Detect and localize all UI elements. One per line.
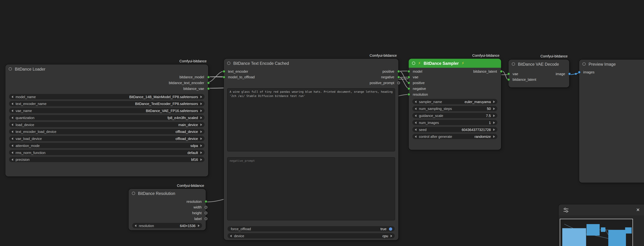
input-socket-positive[interactable] <box>407 81 410 84</box>
output-socket-positive[interactable] <box>397 70 400 73</box>
widget-device[interactable]: device cpu <box>228 233 395 239</box>
output-socket-positive-prompt[interactable] <box>397 81 400 84</box>
node-bitdance-loader[interactable]: Comfyui-bitdance BitDance Loader bitdanc… <box>5 64 208 177</box>
boolean-toggle-icon[interactable] <box>389 227 392 231</box>
collapse-dot-icon[interactable] <box>412 62 415 65</box>
increment-arrow-icon[interactable] <box>493 107 495 110</box>
widget-num-images[interactable]: num_images 1 <box>412 120 498 125</box>
output-socket-label[interactable] <box>204 217 207 220</box>
negative-prompt-textarea[interactable]: negative_prompt <box>227 157 395 220</box>
decrement-arrow-icon[interactable] <box>12 116 13 119</box>
input-socket-images[interactable] <box>578 71 580 74</box>
output-socket-bitdance-latent[interactable] <box>500 70 502 73</box>
output-socket-resolution[interactable] <box>204 200 207 203</box>
decrement-arrow-icon[interactable] <box>12 137 13 140</box>
increment-arrow-icon[interactable] <box>200 130 202 133</box>
node-bitdance-sampler[interactable]: Comfyui-bitdance ⚡ BitDance Sampler ⚡ mo… <box>409 59 501 150</box>
input-socket-bitdance-latent[interactable] <box>507 78 510 81</box>
increment-arrow-icon[interactable] <box>200 109 202 112</box>
widget-precision[interactable]: precision bf16 <box>9 157 204 162</box>
widget-seed[interactable]: seed 604364377321728 <box>412 127 498 132</box>
increment-arrow-icon[interactable] <box>200 151 202 154</box>
decrement-arrow-icon[interactable] <box>12 123 13 126</box>
output-socket-height[interactable] <box>204 212 207 214</box>
increment-arrow-icon[interactable] <box>200 137 202 140</box>
decrement-arrow-icon[interactable] <box>12 158 13 161</box>
increment-arrow-icon[interactable] <box>493 121 495 124</box>
node-title-bar[interactable]: BitDance Resolution <box>128 189 206 198</box>
widget-attention-mode[interactable]: attention_mode sdpa <box>9 143 204 148</box>
decrement-arrow-icon[interactable] <box>230 235 232 237</box>
decrement-arrow-icon[interactable] <box>12 144 13 147</box>
minimap-panel[interactable]: ✕ <box>558 204 644 246</box>
output-socket-bitdance-model[interactable] <box>207 76 210 78</box>
widget-text-encoder-name[interactable]: text_encoder_name BitDance_TextEncoder_F… <box>9 101 204 106</box>
collapse-dot-icon[interactable] <box>132 192 135 195</box>
decrement-arrow-icon[interactable] <box>12 102 13 105</box>
decrement-arrow-icon[interactable] <box>12 109 13 112</box>
widget-load-device[interactable]: load_device main_device <box>9 122 204 127</box>
widget-model-name[interactable]: model_name BitDance_14B_MainModel_FP8.sa… <box>9 94 204 99</box>
node-bitdance-text-encode-cached[interactable]: Comfyui-bitdance BitDance Text Encode Ca… <box>224 59 398 240</box>
increment-arrow-icon[interactable] <box>200 158 202 161</box>
minimap-viewport[interactable] <box>558 216 644 246</box>
increment-arrow-icon[interactable] <box>493 135 495 138</box>
output-socket-image[interactable] <box>568 72 570 75</box>
decrement-arrow-icon[interactable] <box>12 151 13 154</box>
widget-sampler-name[interactable]: sampler_name euler_maruyama <box>412 99 498 104</box>
decrement-arrow-icon[interactable] <box>415 135 416 138</box>
collapse-dot-icon[interactable] <box>582 62 586 66</box>
decrement-arrow-icon[interactable] <box>415 128 416 131</box>
node-graph-canvas[interactable]: Comfyui-bitdance BitDance Loader bitdanc… <box>0 0 644 246</box>
collapse-dot-icon[interactable] <box>8 67 12 71</box>
increment-arrow-icon[interactable] <box>493 100 495 103</box>
input-socket-negative[interactable] <box>407 87 410 90</box>
widget-vae-load-device[interactable]: vae_load_device offload_device <box>9 136 204 141</box>
output-socket-bitdance-vae[interactable] <box>207 87 210 90</box>
increment-arrow-icon[interactable] <box>200 123 202 126</box>
input-socket-text-encoder[interactable] <box>222 70 225 73</box>
node-title-bar[interactable]: Preview Image <box>579 59 644 68</box>
collapse-dot-icon[interactable] <box>512 62 515 66</box>
node-title-bar[interactable]: ⚡ BitDance Sampler ⚡ <box>409 59 501 68</box>
widget-vae-name[interactable]: vae_name BitDance_VAE_FP16.safetensors <box>9 108 204 113</box>
increment-arrow-icon[interactable] <box>390 235 392 237</box>
node-title-bar[interactable]: BitDance VAE Decode <box>508 59 569 68</box>
widget-text-encoder-load-device[interactable]: text_encoder_load_device offload_device <box>9 129 204 134</box>
node-bitdance-vae-decode[interactable]: Comfyui-bitdance BitDance VAE Decode vae… <box>508 59 569 87</box>
positive-prompt-textarea[interactable]: A wine glass full of tiny red pandas wea… <box>227 88 395 152</box>
increment-arrow-icon[interactable] <box>198 224 200 227</box>
widget-force-offload[interactable]: force_offload true <box>228 226 395 232</box>
increment-arrow-icon[interactable] <box>493 128 495 131</box>
minimap-frame[interactable] <box>560 219 633 246</box>
node-bitdance-resolution[interactable]: Comfyui-bitdance BitDance Resolution res… <box>128 189 206 230</box>
input-socket-vae[interactable] <box>407 76 410 78</box>
increment-arrow-icon[interactable] <box>200 102 202 105</box>
settings-sliders-icon[interactable] <box>563 207 569 213</box>
collapse-dot-icon[interactable] <box>227 62 230 65</box>
input-socket-model-to-offload[interactable] <box>222 76 225 78</box>
decrement-arrow-icon[interactable] <box>415 121 416 124</box>
node-title-bar[interactable]: BitDance Loader <box>5 64 208 73</box>
node-preview-image[interactable]: Preview Image images <box>579 59 644 183</box>
node-title-bar[interactable]: BitDance Text Encode Cached <box>224 59 398 68</box>
widget-control-after-generate[interactable]: control after generate randomize <box>412 134 498 139</box>
decrement-arrow-icon[interactable] <box>415 100 416 103</box>
increment-arrow-icon[interactable] <box>200 144 202 147</box>
decrement-arrow-icon[interactable] <box>415 114 416 117</box>
increment-arrow-icon[interactable] <box>200 116 202 119</box>
close-icon[interactable]: ✕ <box>636 207 640 213</box>
widget-guidance-scale[interactable]: guidance_scale 7.5 <box>412 113 498 118</box>
widget-rms-norm-function[interactable]: rms_norm_function default <box>9 150 204 155</box>
decrement-arrow-icon[interactable] <box>12 95 13 98</box>
widget-resolution[interactable]: resolution 640×1536 <box>132 223 202 228</box>
output-socket-bitdance-text-encoder[interactable] <box>207 81 210 84</box>
input-socket-vae[interactable] <box>507 72 510 75</box>
output-socket-width[interactable] <box>204 206 207 209</box>
input-socket-model[interactable] <box>407 70 410 73</box>
increment-arrow-icon[interactable] <box>493 114 495 117</box>
decrement-arrow-icon[interactable] <box>135 224 136 227</box>
widget-num-sampling-steps[interactable]: num_sampling_steps 50 <box>412 106 498 111</box>
decrement-arrow-icon[interactable] <box>12 130 13 133</box>
decrement-arrow-icon[interactable] <box>415 107 416 110</box>
